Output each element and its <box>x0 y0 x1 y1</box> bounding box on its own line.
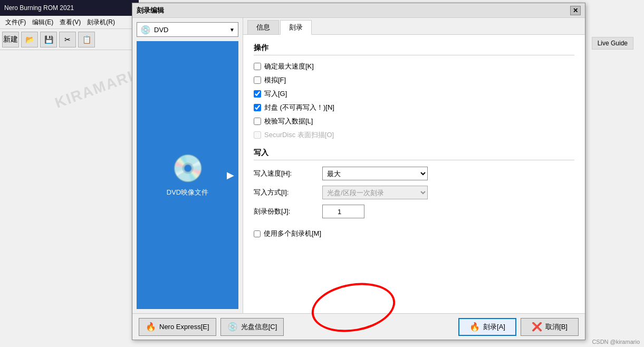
dropdown-arrow-icon: ▼ <box>229 27 235 33</box>
nero-express-icon: 🔥 <box>146 322 156 332</box>
checkbox-write: 写入[G] <box>254 89 574 99</box>
checkbox-simulate-label: 模拟[F] <box>264 75 286 85</box>
checkbox-finalize-input[interactable] <box>254 104 261 111</box>
multi-recorder-checkbox[interactable] <box>254 230 261 237</box>
dvd-image-label: DVD映像文件 <box>167 188 208 197</box>
burn-button[interactable]: 🔥 刻录[A] <box>458 318 516 336</box>
dialog-title-bar: 刻录编辑 ✕ <box>132 3 585 18</box>
write-method-select[interactable]: 光盘/区段一次刻录 <box>322 186 428 199</box>
checkbox-verify: 校验写入数据[L] <box>254 117 574 126</box>
toolbar: 新建 📂 💾 ✂ 📋 <box>0 29 139 50</box>
tab-bar: 信息 刻录 <box>243 18 585 35</box>
copy-count-label: 刻录份数[J]: <box>254 207 322 216</box>
write-method-label: 写入方式[I]: <box>254 188 322 197</box>
checkbox-securedisc: SecurDisc 表面扫描[O] <box>254 130 574 140</box>
tab-burn[interactable]: 刻录 <box>280 20 312 35</box>
checkbox-max-speed-input[interactable] <box>254 63 261 70</box>
checkbox-write-input[interactable] <box>254 90 261 98</box>
write-section-title: 写入 <box>254 148 574 160</box>
dialog: 刻录编辑 ✕ 💿 DVD ▼ 💿 DVD映像文件 ▶ 信息 刻录 <box>132 3 585 340</box>
checkbox-write-label: 写入[G] <box>264 89 287 99</box>
csdn-credit: CSDN @kiramario <box>592 339 640 345</box>
dvd-icon: 💿 <box>140 25 151 35</box>
app-title-bar: Nero Burning ROM 2021 <box>0 0 139 16</box>
burn-label: 刻录[A] <box>483 322 505 332</box>
new-button[interactable]: 新建 <box>2 32 19 47</box>
checkbox-simulate: 模拟[F] <box>254 75 574 85</box>
dialog-close-button[interactable]: ✕ <box>570 6 581 15</box>
menu-bar: 文件(F) 编辑(E) 查看(V) 刻录机(R) <box>0 16 139 29</box>
checkbox-finalize-label: 封盘 (不可再写入！)[N] <box>264 103 334 112</box>
menu-edit[interactable]: 编辑(E) <box>29 17 56 28</box>
dvd-dropdown-label: DVD <box>154 26 168 34</box>
cut-button[interactable]: ✂ <box>59 32 76 47</box>
tab-burn-content: 操作 确定最大速度[K] 模拟[F] 写入[G] 封盘 (不可再写入！)[N] <box>243 35 585 247</box>
save-button[interactable]: 💾 <box>40 32 57 47</box>
footer-right-buttons: 🔥 刻录[A] ❌ 取消[B] <box>458 318 579 336</box>
copy-count-input[interactable] <box>322 205 364 218</box>
burn-icon: 🔥 <box>469 322 480 332</box>
dvd-disc-icon: 💿 <box>171 153 204 184</box>
disc-info-icon: 💿 <box>227 322 238 332</box>
paste-button[interactable]: 📋 <box>78 32 95 47</box>
disc-info-label: 光盘信息[C] <box>241 322 277 332</box>
dvd-arrow-icon: ▶ <box>227 169 234 181</box>
operation-section-title: 操作 <box>254 43 574 55</box>
write-method-control: 光盘/区段一次刻录 <box>322 186 574 199</box>
checkbox-finalize: 封盘 (不可再写入！)[N] <box>254 103 574 112</box>
nero-express-label: Nero Express[E] <box>159 323 209 331</box>
checkbox-verify-input[interactable] <box>254 118 261 125</box>
multi-recorder-row: 使用多个刻录机[M] <box>254 229 574 238</box>
copy-count-control <box>322 205 574 218</box>
write-speed-label: 写入速度[H]: <box>254 169 322 178</box>
write-speed-row: 写入速度[H]: 最大 4x 8x 16x <box>254 167 574 180</box>
multi-recorder-label: 使用多个刻录机[M] <box>264 229 321 238</box>
dialog-title-text: 刻录编辑 <box>137 6 164 15</box>
app-title: Nero Burning ROM 2021 <box>4 4 74 12</box>
disc-info-button[interactable]: 💿 光盘信息[C] <box>220 318 284 336</box>
write-section: 写入 写入速度[H]: 最大 4x 8x 16x <box>254 148 574 218</box>
checkbox-securedisc-input[interactable] <box>254 131 261 139</box>
nero-express-button[interactable]: 🔥 Nero Express[E] <box>139 318 216 336</box>
footer-left-buttons: 🔥 Nero Express[E] 💿 光盘信息[C] <box>139 318 284 336</box>
write-speed-control: 最大 4x 8x 16x <box>322 167 574 180</box>
menu-burner[interactable]: 刻录机(R) <box>84 17 118 28</box>
checkbox-verify-label: 校验写入数据[L] <box>264 117 313 126</box>
cancel-icon: ❌ <box>532 322 542 332</box>
cancel-button[interactable]: ❌ 取消[B] <box>521 318 579 336</box>
live-guide-button[interactable]: Live Guide <box>592 37 633 50</box>
copy-count-row: 刻录份数[J]: <box>254 205 574 218</box>
left-panel: 💿 DVD ▼ 💿 DVD映像文件 ▶ <box>132 18 243 313</box>
checkbox-simulate-input[interactable] <box>254 76 261 84</box>
dvd-dropdown[interactable]: 💿 DVD ▼ <box>137 22 238 37</box>
cancel-label: 取消[B] <box>545 322 568 332</box>
menu-view[interactable]: 查看(V) <box>56 17 84 28</box>
checkbox-securedisc-label: SecurDisc 表面扫描[O] <box>264 130 334 140</box>
tab-info[interactable]: 信息 <box>247 20 279 34</box>
checkbox-max-speed-label: 确定最大速度[K] <box>264 62 314 71</box>
dialog-footer: 🔥 Nero Express[E] 💿 光盘信息[C] 🔥 刻录[A] ❌ 取消… <box>132 313 585 340</box>
write-speed-select[interactable]: 最大 4x 8x 16x <box>322 167 428 180</box>
dialog-body: 💿 DVD ▼ 💿 DVD映像文件 ▶ 信息 刻录 操作 <box>132 18 585 313</box>
right-panel: 信息 刻录 操作 确定最大速度[K] 模拟[F] 写入[G] <box>243 18 585 313</box>
dvd-image-area[interactable]: 💿 DVD映像文件 ▶ <box>137 41 238 309</box>
write-method-row: 写入方式[I]: 光盘/区段一次刻录 <box>254 186 574 199</box>
menu-file[interactable]: 文件(F) <box>2 17 29 28</box>
open-button[interactable]: 📂 <box>21 32 38 47</box>
checkbox-max-speed: 确定最大速度[K] <box>254 62 574 71</box>
